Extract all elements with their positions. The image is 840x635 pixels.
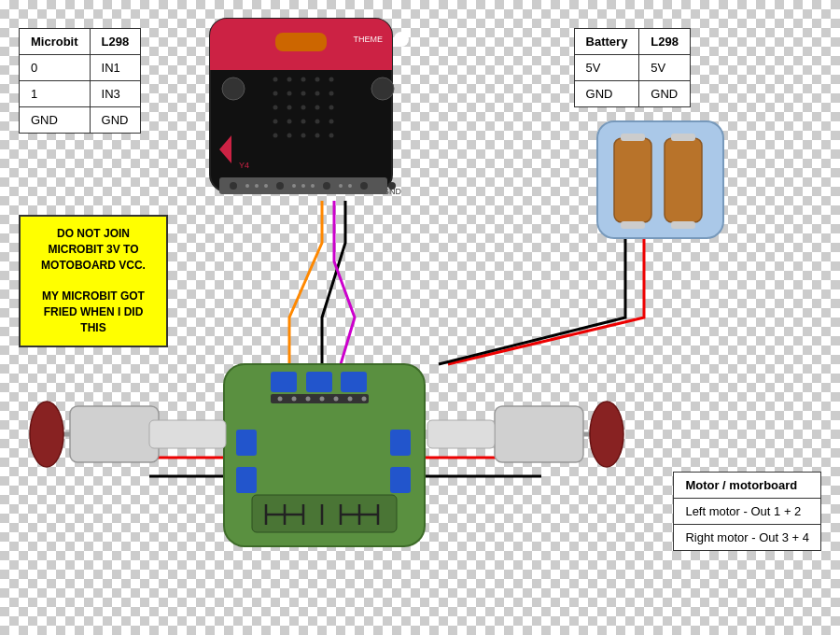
svg-point-72 <box>362 397 367 402</box>
svg-text:GND: GND <box>383 187 402 196</box>
svg-rect-63 <box>306 372 332 392</box>
svg-point-51 <box>311 184 315 188</box>
svg-point-90 <box>30 402 63 467</box>
table-row: 5V 5V <box>574 55 690 81</box>
svg-point-67 <box>292 397 297 402</box>
svg-rect-65 <box>271 394 369 403</box>
svg-point-12 <box>329 78 334 82</box>
svg-point-13 <box>273 92 278 96</box>
svg-point-26 <box>315 120 320 124</box>
svg-point-42 <box>276 182 284 190</box>
svg-point-22 <box>329 106 334 110</box>
svg-point-14 <box>287 92 292 96</box>
l298-col-header: L298 <box>90 29 141 55</box>
svg-point-15 <box>301 92 306 96</box>
table-row: GND GND <box>20 107 141 134</box>
table-row: Left motor - Out 1 + 2 <box>674 499 821 525</box>
svg-point-27 <box>329 120 334 124</box>
svg-point-53 <box>348 184 352 188</box>
svg-point-6 <box>222 78 245 100</box>
svg-point-66 <box>278 397 283 402</box>
svg-rect-60 <box>671 221 695 229</box>
battery-col-header: Battery <box>574 29 639 55</box>
svg-rect-40 <box>219 177 387 194</box>
svg-point-7 <box>371 78 394 100</box>
svg-text:Y4: Y4 <box>239 161 249 170</box>
svg-point-45 <box>388 182 396 190</box>
svg-rect-5 <box>275 33 327 51</box>
svg-point-47 <box>255 184 259 188</box>
svg-rect-75 <box>390 430 411 456</box>
svg-point-70 <box>334 397 339 402</box>
svg-point-19 <box>287 106 292 110</box>
svg-rect-77 <box>252 495 397 532</box>
svg-point-8 <box>273 78 278 82</box>
svg-rect-91 <box>149 420 226 448</box>
svg-point-48 <box>264 184 268 188</box>
svg-rect-58 <box>671 134 695 141</box>
svg-point-46 <box>245 184 249 188</box>
table-row: GND GND <box>574 81 690 107</box>
svg-text:3V: 3V <box>358 187 369 196</box>
svg-point-10 <box>301 78 306 82</box>
svg-rect-64 <box>341 372 367 392</box>
svg-rect-74 <box>236 467 257 493</box>
svg-rect-59 <box>621 221 645 229</box>
svg-text:1: 1 <box>277 187 282 196</box>
svg-point-41 <box>230 182 237 190</box>
svg-rect-55 <box>614 138 651 222</box>
svg-point-9 <box>287 78 292 82</box>
svg-point-32 <box>329 134 334 138</box>
svg-point-16 <box>315 92 320 96</box>
svg-rect-73 <box>236 430 257 456</box>
svg-point-29 <box>287 134 292 138</box>
svg-point-18 <box>273 106 278 110</box>
battery-table: Battery L298 5V 5V GND GND <box>574 28 691 107</box>
svg-text:2: 2 <box>324 187 329 196</box>
svg-point-4 <box>394 32 409 47</box>
svg-point-28 <box>273 134 278 138</box>
microbit-col-header: Microbit <box>20 29 91 55</box>
svg-rect-54 <box>597 121 723 238</box>
svg-point-21 <box>315 106 320 110</box>
table-row: 1 IN3 <box>20 81 141 107</box>
motor-table: Motor / motorboard Left motor - Out 1 + … <box>673 472 821 551</box>
svg-rect-96 <box>427 420 495 448</box>
motor-header: Motor / motorboard <box>674 473 821 499</box>
warning-box: DO NOT JOIN MICROBIT 3V TO MOTOBOARD VCC… <box>19 215 168 347</box>
svg-rect-62 <box>271 372 297 392</box>
svg-point-71 <box>348 397 353 402</box>
svg-rect-87 <box>70 406 159 462</box>
svg-point-11 <box>315 78 320 82</box>
battery-l298-col-header: L298 <box>639 29 691 55</box>
svg-rect-2 <box>210 51 392 70</box>
svg-text:THEME: THEME <box>354 35 384 44</box>
warning-text: DO NOT JOIN MICROBIT 3V TO MOTOBOARD VCC… <box>41 227 146 334</box>
svg-rect-1 <box>210 19 392 70</box>
svg-rect-61 <box>224 364 425 546</box>
svg-rect-76 <box>390 467 411 493</box>
microbit-table: Microbit L298 0 IN1 1 IN3 GND GND <box>19 28 141 134</box>
svg-point-50 <box>301 184 305 188</box>
svg-point-24 <box>287 120 292 124</box>
svg-point-31 <box>315 134 320 138</box>
svg-point-44 <box>360 182 368 190</box>
svg-rect-92 <box>495 406 583 462</box>
svg-point-95 <box>590 402 623 467</box>
svg-text:0: 0 <box>231 187 235 196</box>
svg-point-52 <box>339 184 343 188</box>
svg-point-30 <box>301 134 306 138</box>
svg-rect-57 <box>621 134 645 141</box>
table-row: 0 IN1 <box>20 55 141 81</box>
svg-point-49 <box>292 184 296 188</box>
svg-point-68 <box>306 397 311 402</box>
svg-point-20 <box>301 106 306 110</box>
svg-marker-33 <box>219 135 231 163</box>
svg-point-23 <box>273 120 278 124</box>
table-row: Right motor - Out 3 + 4 <box>674 525 821 551</box>
svg-point-69 <box>320 397 325 402</box>
svg-point-17 <box>329 92 334 96</box>
svg-point-43 <box>323 182 330 190</box>
svg-rect-0 <box>210 19 392 191</box>
svg-point-25 <box>301 120 306 124</box>
